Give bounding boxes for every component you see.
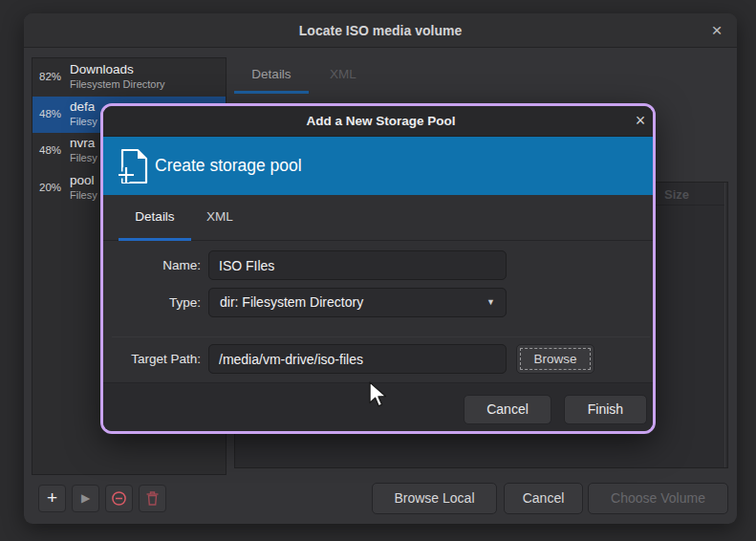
pool-type: Filesystem Directory: [70, 78, 165, 90]
type-dropdown[interactable]: dir: Filesystem Directory ▼: [208, 288, 507, 317]
name-input[interactable]: [208, 250, 507, 280]
browse-button[interactable]: Browse: [516, 344, 594, 374]
type-dropdown-value: dir: Filesystem Directory: [220, 289, 363, 316]
table-column-divider: [724, 183, 725, 467]
desktop-background: Locate ISO media volume × 82% Downloads …: [0, 0, 756, 541]
dialog-close-icon[interactable]: ×: [630, 111, 651, 132]
dialog-tab-details[interactable]: Details: [119, 195, 191, 241]
dialog-tabs: Details XML: [103, 195, 656, 241]
form-separator: [112, 336, 650, 337]
circle-minus-icon: [106, 486, 132, 511]
pool-usage-percent: 20%: [39, 182, 61, 193]
tab-details[interactable]: Details: [234, 57, 309, 94]
tab-xml[interactable]: XML: [309, 57, 378, 94]
pool-type: Filesy: [70, 189, 97, 201]
dialog-cancel-button[interactable]: Cancel: [464, 395, 551, 424]
tab-details-label: Details: [251, 67, 291, 81]
banner-title: Create storage pool: [155, 137, 302, 195]
pool-type: Filesy: [70, 116, 97, 127]
dialog-title: Add a New Storage Pool: [103, 106, 656, 136]
pool-usage-percent: 48%: [39, 108, 61, 119]
pool-type: Filesy: [70, 152, 97, 163]
pool-usage-percent: 48%: [39, 144, 61, 156]
plus-icon: +: [39, 486, 65, 510]
play-icon: ▶: [73, 486, 98, 511]
dialog-tab-xml[interactable]: XML: [193, 195, 247, 241]
browse-local-label: Browse Local: [394, 490, 474, 506]
add-pool-button[interactable]: +: [38, 485, 66, 512]
pool-detail-tabs: Details XML: [234, 57, 728, 94]
delete-pool-button[interactable]: [139, 485, 166, 512]
target-path-label: Target Path:: [103, 344, 201, 374]
chevron-down-icon: ▼: [486, 289, 495, 316]
start-pool-button[interactable]: ▶: [72, 485, 99, 512]
dialog-tab-xml-label: XML: [206, 209, 233, 224]
trash-icon: [140, 486, 165, 511]
dialog-finish-button[interactable]: Finish: [564, 395, 647, 424]
pool-name: defa: [70, 99, 95, 114]
browse-local-button[interactable]: Browse Local: [372, 483, 497, 514]
name-label: Name:: [103, 250, 201, 280]
type-label: Type:: [103, 288, 201, 317]
window-cancel-label: Cancel: [523, 490, 565, 506]
window-titlebar[interactable]: Locate ISO media volume ×: [24, 13, 737, 48]
pool-list-item[interactable]: 82% Downloads Filesystem Directory: [32, 59, 226, 96]
dialog-tab-details-label: Details: [135, 209, 174, 224]
add-storage-pool-dialog: Add a New Storage Pool × Create storage …: [100, 103, 656, 434]
pool-usage-percent: 82%: [39, 71, 61, 82]
choose-volume-label: Choose Volume: [611, 490, 705, 506]
pool-name: Downloads: [70, 62, 134, 76]
new-document-plus-icon: [116, 147, 150, 189]
dialog-cancel-label: Cancel: [486, 401, 529, 417]
dialog-finish-label: Finish: [588, 401, 623, 417]
active-tab-underline: [234, 91, 309, 94]
window-close-icon[interactable]: ×: [706, 21, 727, 42]
target-path-input[interactable]: [208, 344, 507, 374]
dialog-active-tab-underline: [119, 238, 191, 241]
window-cancel-button[interactable]: Cancel: [504, 483, 583, 514]
pool-name: nvra: [70, 136, 95, 150]
dialog-banner: Create storage pool: [103, 137, 656, 195]
size-column-header[interactable]: Size: [664, 187, 689, 202]
choose-volume-button: Choose Volume: [588, 483, 728, 514]
browse-label: Browse: [533, 352, 576, 366]
dialog-titlebar[interactable]: Add a New Storage Pool ×: [103, 106, 656, 137]
tab-xml-label: XML: [330, 67, 356, 81]
window-title: Locate ISO media volume: [24, 13, 737, 48]
stop-pool-button[interactable]: [105, 485, 133, 512]
pool-name: pool: [70, 173, 95, 187]
